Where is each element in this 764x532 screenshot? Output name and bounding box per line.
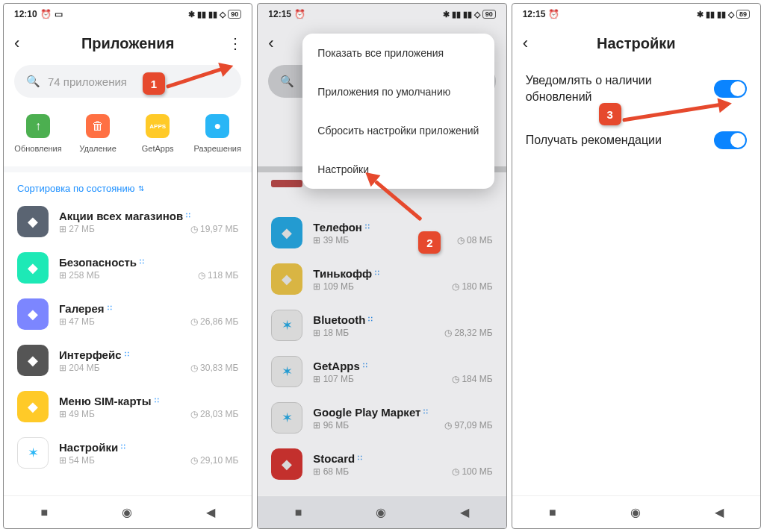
back-button[interactable]: ‹ [523, 34, 541, 53]
statusbar: 12:15⏰ ✱▮▮▮▮◇89 [512, 4, 760, 25]
app-memory: ⊞ 54 МБ [59, 455, 95, 466]
app-row[interactable]: ◆ Тинькофф∷ ⊞ 109 МБ ◷ 180 МБ [258, 256, 506, 302]
app-icon: ◆ [271, 263, 302, 295]
nav-recent[interactable]: ■ [549, 506, 556, 519]
nav-bar: ■ ◉ ◀ [258, 495, 506, 528]
app-icon: ✶ [271, 310, 302, 341]
sort-icon: ⇅ [138, 184, 144, 193]
app-memory: ⊞ 49 МБ [59, 409, 95, 419]
sort-dropdown[interactable]: Сортировка по состоянию⇅ [4, 172, 252, 198]
toggle-recommendations[interactable] [714, 131, 747, 149]
more-menu-button[interactable]: ⋮ [223, 34, 241, 52]
app-row[interactable]: ✶ Bluetooth∷ ⊞ 18 МБ ◷ 28,32 МБ [258, 302, 506, 348]
app-name: Настройки∷ [59, 441, 238, 454]
app-name: Акции всех магазинов∷ [59, 210, 238, 222]
annotation-badge-1: 1 [143, 72, 165, 95]
app-storage: ◷ 100 МБ [452, 466, 493, 477]
back-button[interactable]: ‹ [268, 34, 286, 53]
app-icon: ✶ [271, 356, 302, 387]
nav-bar: ■ ◉ ◀ [512, 495, 760, 528]
app-row[interactable]: ◆ Безопасность∷ ⊞ 258 МБ ◷ 118 МБ [4, 245, 252, 291]
qa-updates[interactable]: ↑Обновления [12, 114, 64, 153]
annotation-badge-3: 3 [599, 103, 621, 125]
rect-icon: ▭ [55, 9, 63, 19]
phone-screen-1: 12:10⏰▭ ✱▮▮▮▮◇90 ‹ Приложения ⋮ 🔍 74 при… [3, 3, 252, 529]
app-storage: ◷ 08 МБ [457, 235, 493, 245]
app-icon: ◆ [271, 217, 302, 248]
menu-settings[interactable]: Настройки [302, 150, 494, 189]
search-icon: 🔍 [26, 75, 40, 88]
qa-getapps[interactable]: APPSGetApps [131, 114, 184, 153]
annotation-badge-2: 2 [418, 231, 441, 254]
app-icon: ◆ [271, 448, 302, 480]
nav-home[interactable]: ◉ [122, 505, 132, 519]
signal-icon: ▮▮ [706, 10, 715, 19]
setting-label: Получать рекомендации [526, 132, 704, 148]
battery-indicator: 89 [736, 10, 750, 19]
nav-home[interactable]: ◉ [630, 505, 641, 519]
nav-home[interactable]: ◉ [376, 505, 386, 519]
app-storage: ◷ 184 МБ [452, 374, 493, 384]
loading-dots-icon: ∷ [186, 212, 190, 219]
app-row[interactable]: ✶ GetApps∷ ⊞ 107 МБ ◷ 184 МБ [258, 348, 506, 395]
nav-back[interactable]: ◀ [460, 505, 469, 519]
menu-default-apps[interactable]: Приложения по умолчанию [302, 72, 494, 111]
app-row[interactable]: ✶ Google Play Маркет∷ ⊞ 96 МБ ◷ 97,09 МБ [258, 395, 506, 441]
app-memory: ⊞ 109 МБ [313, 281, 354, 292]
loading-dots-icon: ∷ [365, 223, 370, 231]
page-title: Настройки [541, 35, 732, 52]
app-row[interactable]: ◆ Stocard∷ ⊞ 68 МБ ◷ 100 МБ [258, 441, 506, 487]
app-row[interactable]: ◆ Галерея∷ ⊞ 47 МБ ◷ 26,86 МБ [4, 291, 252, 337]
alarm-icon: ⏰ [548, 9, 559, 19]
loading-dots-icon: ∷ [368, 316, 373, 323]
loading-dots-icon: ∷ [358, 454, 362, 462]
phone-screen-2: 12:15⏰ ✱▮▮▮▮◇90 ‹ 🔍 74 пр ↑Обновле ◆ Тел… [257, 3, 506, 529]
qa-permissions[interactable]: ●Разрешения [191, 114, 243, 153]
app-memory: ⊞ 27 МБ [59, 224, 95, 234]
app-storage: ◷ 28,03 МБ [190, 409, 239, 419]
app-memory: ⊞ 258 МБ [59, 270, 100, 281]
qa-delete[interactable]: 🗑Удаление [72, 114, 124, 153]
app-storage: ◷ 118 МБ [198, 270, 239, 281]
menu-show-all-apps[interactable]: Показать все приложения [302, 34, 494, 72]
app-row[interactable]: ◆ Акции всех магазинов∷ ⊞ 27 МБ ◷ 19,97 … [4, 198, 252, 245]
bt-icon: ✱ [697, 10, 704, 19]
app-memory: ⊞ 47 МБ [59, 316, 95, 327]
statusbar: 12:15⏰ ✱▮▮▮▮◇90 [258, 4, 506, 25]
signal-icon: ▮▮ [463, 10, 472, 19]
status-time: 12:10 [14, 9, 37, 19]
loading-dots-icon: ∷ [155, 397, 159, 404]
nav-back[interactable]: ◀ [206, 505, 215, 519]
nav-back[interactable]: ◀ [715, 505, 724, 519]
app-icon: ◆ [17, 252, 49, 284]
app-storage: ◷ 19,97 МБ [190, 224, 239, 234]
nav-recent[interactable]: ■ [295, 506, 302, 519]
app-icon: ◆ [17, 391, 49, 422]
toggle-update-notify[interactable] [714, 80, 747, 98]
app-name: Тинькофф∷ [313, 267, 492, 280]
app-memory: ⊞ 107 МБ [313, 374, 354, 384]
nav-recent[interactable]: ■ [40, 506, 48, 519]
loading-dots-icon: ∷ [423, 408, 428, 416]
signal-icon: ▮▮ [717, 10, 726, 19]
signal-icon: ▮▮ [197, 10, 206, 19]
app-row[interactable]: ◆ Телефон∷ ⊞ 39 МБ ◷ 08 МБ [258, 210, 506, 256]
menu-reset-app-settings[interactable]: Сбросить настройки приложений [302, 111, 494, 150]
loading-dots-icon: ∷ [375, 269, 379, 277]
back-button[interactable]: ‹ [14, 34, 32, 53]
search-input[interactable]: 🔍 74 приложения [14, 65, 241, 98]
setting-label: Уведомлять о наличии обновлений [526, 72, 704, 104]
app-row[interactable]: ✶ Настройки∷ ⊞ 54 МБ ◷ 29,10 МБ [4, 430, 252, 476]
bt-icon: ✱ [188, 10, 195, 19]
alarm-icon: ⏰ [294, 9, 305, 19]
loading-dots-icon: ∷ [125, 351, 129, 358]
app-storage: ◷ 30,83 МБ [190, 363, 239, 373]
app-row[interactable]: ◆ Меню SIM-карты∷ ⊞ 49 МБ ◷ 28,03 МБ [4, 384, 252, 430]
status-time: 12:15 [523, 9, 546, 19]
search-placeholder: 74 приложения [48, 75, 127, 88]
app-icon: ✶ [17, 437, 49, 469]
app-storage: ◷ 97,09 МБ [444, 420, 493, 431]
app-row[interactable]: ◆ Интерфейс∷ ⊞ 204 МБ ◷ 30,83 МБ [4, 337, 252, 384]
app-icon: ✶ [271, 402, 302, 434]
app-name: Интерфейс∷ [59, 348, 238, 361]
